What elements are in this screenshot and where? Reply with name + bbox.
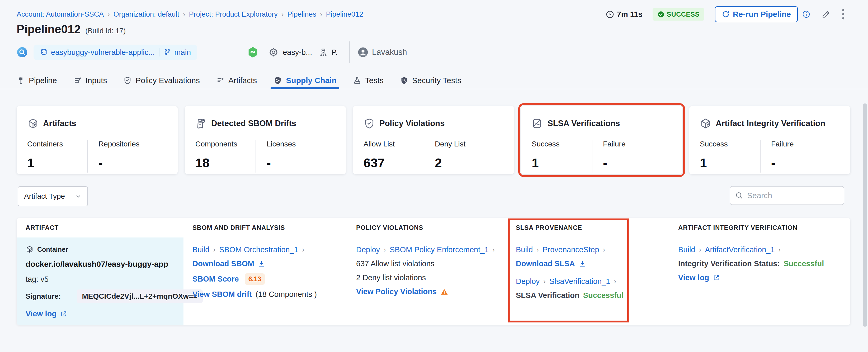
artifacts-icon <box>216 76 225 85</box>
shield-check-icon <box>123 76 132 85</box>
rerun-pipeline-button[interactable]: Re-run Pipeline <box>715 6 798 22</box>
pipeline-short-name: easy-b... <box>283 48 312 57</box>
sbom-document-icon <box>195 118 207 129</box>
edit-pencil-icon[interactable] <box>822 10 831 19</box>
step-link[interactable]: SBOM Orchestration_1 <box>219 246 298 254</box>
tab-pipeline[interactable]: Pipeline <box>17 72 57 89</box>
chevron-right-icon: › <box>383 246 386 254</box>
chevron-right-icon: › <box>543 277 546 286</box>
artifact-type-dropdown[interactable]: Artifact Type <box>18 186 88 206</box>
stat-value: 2 <box>435 156 503 170</box>
integrity-cell: Build › ArtifactVerification_1 › Integri… <box>669 237 850 325</box>
breadcrumb-pipelines[interactable]: Pipelines <box>287 10 316 19</box>
service-icon <box>319 48 328 57</box>
breadcrumb-organization[interactable]: Organization: default <box>114 10 179 19</box>
search-box <box>730 186 844 205</box>
step-link[interactable]: ArtifactVerification_1 <box>705 246 775 254</box>
card-title: SLSA Verifications <box>548 119 620 128</box>
stage-link[interactable]: Deploy <box>356 246 380 254</box>
tab-policy-evaluations[interactable]: Policy Evaluations <box>123 72 199 89</box>
card-title: Policy Violations <box>379 119 445 128</box>
chevron-right-icon: › <box>493 246 495 254</box>
external-link-icon <box>60 311 67 317</box>
git-branch-icon <box>164 49 171 56</box>
view-log-link[interactable]: View log <box>678 274 709 282</box>
column-header-artifact: ARTIFACT <box>17 218 184 237</box>
stat-value: 18 <box>195 156 255 170</box>
step-link[interactable]: ProvenanceStep <box>542 246 599 254</box>
execution-duration: 7m 11s <box>606 10 643 19</box>
tab-supply-chain[interactable]: Supply Chain <box>273 72 337 89</box>
pipeline-execution-page: Account: Automation-SSCA › Organization:… <box>0 0 868 352</box>
chevron-right-icon: › <box>537 246 539 254</box>
integrity-status-label: Integrity Verification Status: <box>678 259 780 268</box>
sbom-cell: Build › SBOM Orchestration_1 › Download … <box>184 237 347 325</box>
stat-value: - <box>98 156 167 170</box>
ssca-module-icon <box>17 47 28 58</box>
integrity-status-value: Successful <box>783 259 824 268</box>
vertical-scrollbar[interactable] <box>863 103 867 327</box>
flask-icon <box>353 76 362 85</box>
shield-search-icon <box>400 76 408 85</box>
slsa-cell: Build › ProvenanceStep › Download SLSA D… <box>507 237 669 325</box>
view-log-link[interactable]: View log <box>26 310 57 318</box>
chevron-right-icon: › <box>614 277 616 286</box>
container-cube-icon <box>26 246 33 253</box>
warning-triangle-icon <box>440 288 448 296</box>
stage-link[interactable]: Deploy <box>516 277 539 286</box>
stage-link[interactable]: Build <box>192 246 210 254</box>
download-sbom-link[interactable]: Download SBOM <box>192 259 254 268</box>
gear-icon <box>269 47 279 57</box>
breadcrumb: Account: Automation-SSCA › Organization:… <box>17 10 363 19</box>
search-input[interactable] <box>747 191 849 200</box>
chevron-right-icon: › <box>603 246 605 254</box>
sbom-score-badge: 6.13 <box>245 274 265 285</box>
tab-tests[interactable]: Tests <box>353 72 383 89</box>
stat-label: Licenses <box>267 140 335 148</box>
card-policy-violations: Policy Violations Allow List637 Deny Lis… <box>353 106 514 174</box>
table-row: Container docker.io/lavakush07/easy-bugg… <box>17 237 850 325</box>
stat-value: 1 <box>700 156 760 170</box>
chevron-right-icon: › <box>183 10 185 19</box>
summary-cards: Artifacts Containers1 Repositories- Dete… <box>17 106 850 174</box>
column-header-slsa: SLSA PROVENANCE <box>507 218 669 237</box>
info-icon[interactable] <box>802 10 810 19</box>
stat-value: - <box>267 156 335 170</box>
sbom-score-link[interactable]: SBOM Score <box>192 275 239 283</box>
table-header-row: ARTIFACT SBOM AND DRIFT ANALYSIS POLICY … <box>17 218 850 237</box>
package-icon <box>27 118 39 129</box>
tab-security-tests[interactable]: Security Tests <box>400 72 461 89</box>
step-link[interactable]: SBOM Policy Enforcement_1 <box>390 246 489 254</box>
column-header-integrity: ARTIFACT INTEGRITY VERIFICATION <box>669 218 850 237</box>
top-bar: Account: Automation-SSCA › Organization:… <box>17 7 845 22</box>
breadcrumb-pipeline012[interactable]: Pipeline012 <box>326 10 363 19</box>
status-badge: SUCCESS <box>653 8 704 21</box>
stat-label: Deny List <box>435 140 503 148</box>
top-actions: 7m 11s SUCCESS Re-run Pipeline <box>606 6 845 22</box>
ci-hexagon-icon <box>247 46 259 58</box>
title-row: Pipeline012 (Build Id: 17) <box>17 23 126 36</box>
stat-label: Repositories <box>98 140 167 148</box>
breadcrumb-project[interactable]: Project: Product Exploratory <box>189 10 278 19</box>
repo-branch-pill[interactable]: easybuggy-vulnerable-applic... main <box>33 44 197 60</box>
tab-artifacts[interactable]: Artifacts <box>216 72 257 89</box>
step-link[interactable]: SlsaVerification_1 <box>549 277 610 286</box>
stage-link[interactable]: Build <box>678 246 695 254</box>
stat-label: Success <box>700 140 760 148</box>
project-short-name: P. <box>331 48 338 57</box>
download-slsa-link[interactable]: Download SLSA <box>516 259 575 268</box>
stat-value: 637 <box>364 156 424 170</box>
view-sbom-drift-link[interactable]: View SBOM drift <box>192 290 252 299</box>
stage-link[interactable]: Build <box>516 246 533 254</box>
stat-label: Failure <box>603 140 672 148</box>
chevron-right-icon: › <box>107 10 110 19</box>
tab-inputs[interactable]: Inputs <box>73 72 107 89</box>
artifacts-table: ARTIFACT SBOM AND DRIFT ANALYSIS POLICY … <box>17 218 850 325</box>
breadcrumb-account[interactable]: Account: Automation-SSCA <box>17 10 104 19</box>
stat-value: - <box>603 156 672 170</box>
inputs-icon <box>73 76 82 85</box>
view-policy-violations-link[interactable]: View Policy Violations <box>356 287 437 296</box>
kebab-menu-icon[interactable] <box>842 9 845 20</box>
stat-label: Success <box>532 140 592 148</box>
chevron-right-icon: › <box>281 10 284 19</box>
